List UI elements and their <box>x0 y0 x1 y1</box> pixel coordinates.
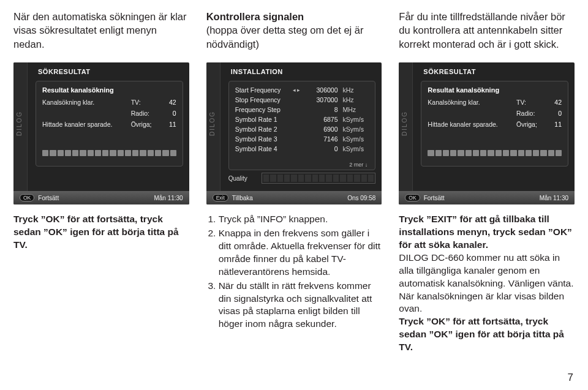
param-value: 7146 <box>301 135 343 143</box>
caption-mid: Kontrollera signalen (hoppa över detta s… <box>206 10 382 60</box>
row-label: TV: <box>131 99 162 106</box>
row-label: Övriga; <box>131 121 162 128</box>
panel-title: INSTALLATION <box>231 68 283 75</box>
step-3: När du ställt in rätt frekvens kommer di… <box>219 280 382 331</box>
ok-pill[interactable]: OK <box>405 194 420 201</box>
param-label: Frequency Step <box>235 106 293 113</box>
param-unit: kSym/s <box>343 126 369 133</box>
param-value: 0 <box>301 145 343 152</box>
ok-pill[interactable]: OK <box>20 194 34 201</box>
panel-sokresultat-2: DILOG SÖKRESULTAT Resultat kanalsökning … <box>399 62 575 204</box>
param-value: 6900 <box>301 126 343 133</box>
continue-label: Fortsätt <box>424 195 445 201</box>
row-label: Kanalsökning klar. <box>428 99 516 106</box>
param-value: 306000 <box>301 86 343 94</box>
param-unit: kSym/s <box>343 135 369 143</box>
row-label: Radio: <box>516 110 547 117</box>
param-label: Symbol Rate 1 <box>235 116 293 123</box>
row-label: Hittade kanaler sparade. <box>42 121 131 128</box>
panel-sokresultat-1: DILOG SÖKRESULTAT Resultat kanalsökning … <box>13 62 189 204</box>
param-value: 6875 <box>301 116 343 123</box>
panel-footer: OKFortsätt Mån 11:30 <box>13 191 189 204</box>
row-label: Radio: <box>131 110 162 117</box>
param-label: Stop Frequency <box>235 96 293 103</box>
caption-right: Får du inte tillfredställande nivåer bör… <box>399 10 575 60</box>
param-unit: kSym/s <box>343 145 369 152</box>
quality-label: Quality <box>228 175 257 182</box>
param-unit: MHz <box>343 106 369 113</box>
clock: Ons 09:58 <box>347 195 375 201</box>
more-indicator: 2 mer ↓ <box>349 162 368 168</box>
continue-label: Fortsätt <box>38 195 59 201</box>
row-value: 0 <box>162 110 176 117</box>
param-label: Symbol Rate 2 <box>235 126 293 133</box>
row-label: TV: <box>516 99 547 106</box>
brand-vertical: DILOG <box>13 62 28 191</box>
row-label: Övriga; <box>516 121 547 128</box>
instruction-bold: Tryck ”OK” för att fortsätta, tryck seda… <box>399 316 564 352</box>
quality-bar: Quality <box>228 170 376 186</box>
caption-mid-sub: (hoppa över detta steg om det ej är nödv… <box>206 24 364 49</box>
bottom-mid: Tryck på ”INFO” knappen. Knappa in den f… <box>206 213 382 354</box>
brand-vertical: DILOG <box>399 62 413 191</box>
caption-left: När den automatiska sökningen är klar vi… <box>13 10 189 60</box>
param-label: Symbol Rate 4 <box>235 145 293 152</box>
brand-vertical: DILOG <box>206 62 221 191</box>
row-value: 11 <box>547 121 562 128</box>
param-unit: kHz <box>343 86 369 94</box>
panel-title: SÖKRESULTAT <box>38 68 91 75</box>
back-label: Tillbaka <box>232 195 253 201</box>
row-value: 42 <box>162 99 176 106</box>
arrows-icon[interactable]: ◂ ▸ <box>293 87 301 93</box>
row-label: Hittade kanaler sparade. <box>428 121 516 128</box>
panel-footer: OKFortsätt Mån 11:30 <box>399 191 575 204</box>
panel-title: SÖKRESULTAT <box>423 68 476 75</box>
param-unit: kSym/s <box>343 116 369 123</box>
step-1: Tryck på ”INFO” knappen. <box>219 213 382 226</box>
panel-installation: DILOG INSTALLATION Start Frequency◂ ▸306… <box>206 62 382 204</box>
param-label: Symbol Rate 3 <box>235 135 293 143</box>
result-heading: Resultat kanalsökning <box>428 86 562 94</box>
param-value: 8 <box>301 106 343 113</box>
instruction-text: DILOG DC-660 kommer nu att söka in alla … <box>399 252 573 288</box>
result-heading: Resultat kanalsökning <box>42 86 176 94</box>
panel-footer: ExitTillbaka Ons 09:58 <box>206 191 382 204</box>
bottom-left: Tryck ”OK” för att fortsätta, tryck seda… <box>13 213 189 354</box>
param-value: 307000 <box>301 96 343 103</box>
exit-pill[interactable]: Exit <box>213 194 228 201</box>
instruction-text: Tryck ”OK” för att fortsätta, tryck seda… <box>13 214 179 250</box>
row-value: 42 <box>547 99 562 106</box>
caption-mid-title: Kontrollera signalen <box>206 11 304 22</box>
row-label: Kanalsökning klar. <box>42 99 131 106</box>
clock: Mån 11:30 <box>154 195 183 201</box>
row-value: 0 <box>547 110 562 117</box>
progress-bar <box>428 150 562 156</box>
param-unit: kHz <box>343 96 369 103</box>
clock: Mån 11:30 <box>540 195 568 201</box>
page-number: 7 <box>568 372 573 384</box>
instruction-bold: Tryck ”EXIT” för att gå tillbaka till in… <box>399 214 572 250</box>
instruction-text: När kanalsökningen är klar visas bilden … <box>399 291 564 314</box>
row-value: 11 <box>162 121 176 128</box>
step-2: Knappa in den frekvens som gäller i ditt… <box>219 227 382 279</box>
bottom-right: Tryck ”EXIT” för att gå tillbaka till in… <box>399 213 575 354</box>
param-label: Start Frequency <box>235 86 293 94</box>
progress-bar <box>42 150 176 156</box>
